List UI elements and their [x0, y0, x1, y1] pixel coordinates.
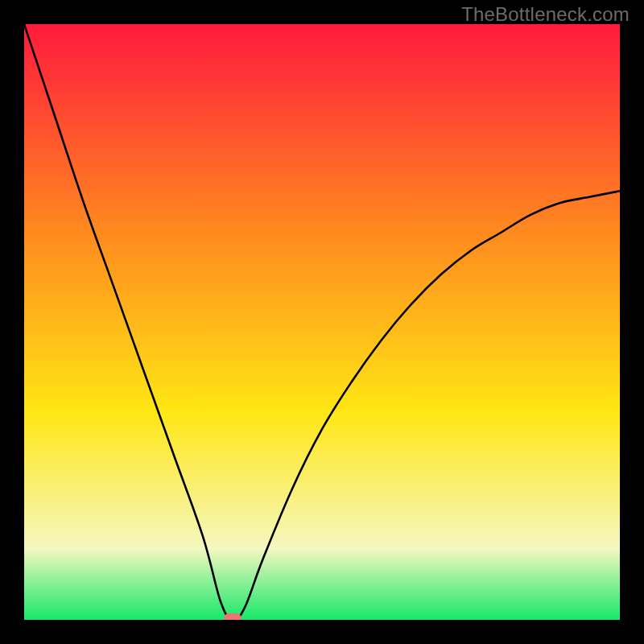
optimal-point-marker: [224, 613, 242, 620]
watermark-text: TheBottleneck.com: [461, 3, 630, 26]
plot-area: [24, 24, 620, 620]
gradient-background: [24, 24, 620, 620]
chart-frame: TheBottleneck.com: [0, 0, 644, 644]
chart-svg: [24, 24, 620, 620]
